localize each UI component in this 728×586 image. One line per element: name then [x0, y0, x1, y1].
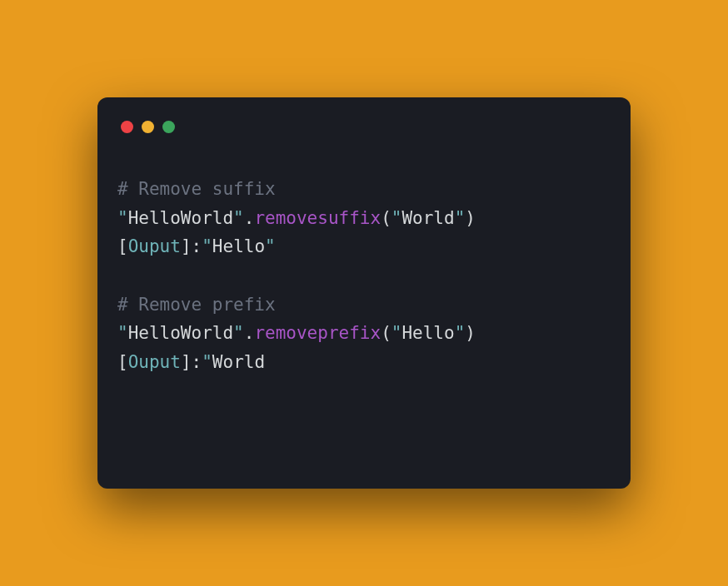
- paren-close: ): [465, 323, 476, 343]
- string-quote: ": [117, 208, 128, 228]
- string-value: Hello: [212, 236, 265, 256]
- string-quote: ": [233, 208, 244, 228]
- string-value: World: [401, 208, 454, 228]
- code-block: # Remove suffix "HelloWorld".removesuffi…: [117, 175, 611, 376]
- comment-line: # Remove prefix: [117, 295, 276, 315]
- string-quote: ": [117, 323, 128, 343]
- bracket-open: [: [117, 236, 128, 256]
- string-quote: ": [265, 236, 276, 256]
- string-value: Hello: [401, 323, 454, 343]
- colon: :: [192, 236, 202, 256]
- string-value: World: [212, 352, 265, 372]
- method-name: removeprefix: [254, 323, 381, 343]
- dot-operator: .: [244, 208, 255, 228]
- string-quote: ": [233, 323, 244, 343]
- bracket-close: ]: [181, 352, 192, 372]
- bracket-open: [: [117, 352, 128, 372]
- string-quote: ": [202, 236, 212, 256]
- minimize-icon[interactable]: [142, 121, 154, 133]
- paren-open: (: [381, 323, 391, 343]
- code-window: # Remove suffix "HelloWorld".removesuffi…: [97, 97, 631, 489]
- string-value: HelloWorld: [128, 208, 233, 228]
- method-name: removesuffix: [254, 208, 381, 228]
- string-quote: ": [391, 208, 402, 228]
- bracket-close: ]: [181, 236, 192, 256]
- maximize-icon[interactable]: [162, 121, 175, 133]
- close-icon[interactable]: [121, 121, 133, 133]
- paren-open: (: [381, 208, 391, 228]
- string-quote: ": [202, 352, 212, 372]
- string-quote: ": [455, 208, 466, 228]
- dot-operator: .: [244, 323, 255, 343]
- string-value: HelloWorld: [128, 323, 233, 343]
- paren-close: ): [465, 208, 476, 228]
- comment-line: # Remove suffix: [117, 179, 276, 199]
- string-quote: ": [391, 323, 402, 343]
- string-quote: ": [455, 323, 466, 343]
- output-label: Ouput: [128, 236, 181, 256]
- window-controls: [121, 121, 611, 133]
- colon: :: [192, 352, 202, 372]
- output-label: Ouput: [128, 352, 181, 372]
